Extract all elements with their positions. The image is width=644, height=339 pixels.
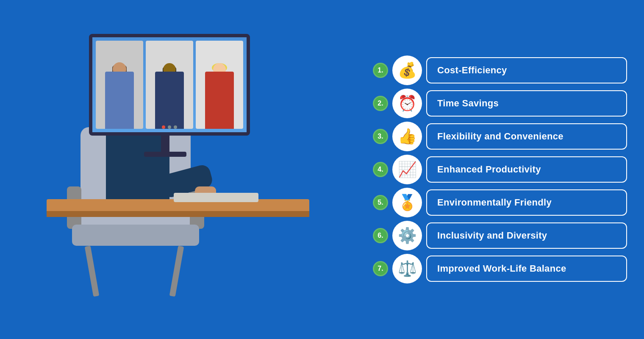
number-badge-5: 5. [373,195,388,210]
dot-gray [168,125,171,129]
chair-seat [72,225,199,246]
benefits-list: 1.💰Cost-Efficiency2.⏰Time Savings3.👍Flex… [364,0,644,339]
list-item-3: 3.👍Flexibility and Convenience [373,122,627,151]
dot-gray-2 [174,125,177,129]
desk-body [47,211,309,217]
label-box-5: Environmentally Friendly [426,189,627,216]
label-box-1: Cost-Efficiency [426,57,627,83]
list-item-2: 2.⏰Time Savings [373,89,627,118]
monitor-base [144,152,186,157]
list-item-7: 7.⚖️Improved Work-Life Balance [373,254,627,283]
monitor [89,34,250,136]
list-item-4: 4.📈Enhanced Productivity [373,155,627,184]
monitor-stand [161,136,169,153]
number-badge-2: 2. [373,96,388,111]
chair-leg-right [169,246,184,297]
colorful-gears-icon: ⚙️ [392,221,422,250]
video-tile-3 [196,41,243,129]
green-medal-icon: 🏅 [392,188,422,217]
label-box-6: Inclusivity and Diversity [426,222,627,249]
dot-red [162,125,165,129]
label-box-3: Flexibility and Convenience [426,123,627,150]
video-tile-1 [96,41,143,129]
thumbs-up-star-icon: 👍 [392,122,422,151]
label-box-4: Enhanced Productivity [426,156,627,183]
number-badge-4: 4. [373,162,388,177]
label-box-2: Time Savings [426,90,627,117]
balance-scale-icon: ⚖️ [392,254,422,283]
number-badge-3: 3. [373,129,388,144]
list-item-1: 1.💰Cost-Efficiency [373,56,627,85]
list-item-5: 5.🏅Environmentally Friendly [373,188,627,217]
number-badge-7: 7. [373,261,388,276]
video-tile-2 [146,41,193,129]
keyboard [174,193,258,202]
illustration-panel [0,0,347,339]
number-badge-6: 6. [373,228,388,243]
number-badge-1: 1. [373,63,388,78]
list-item-6: 6.⚙️Inclusivity and Diversity [373,221,627,250]
monitor-controls [162,125,177,129]
video-call-illustration [13,17,335,322]
chair-leg-left [85,246,100,297]
monitor-screen [92,37,247,132]
money-bag-icon: 💰 [392,56,422,85]
label-box-7: Improved Work-Life Balance [426,256,627,282]
clock-icon: ⏰ [392,89,422,118]
chart-growth-icon: 📈 [392,155,422,184]
